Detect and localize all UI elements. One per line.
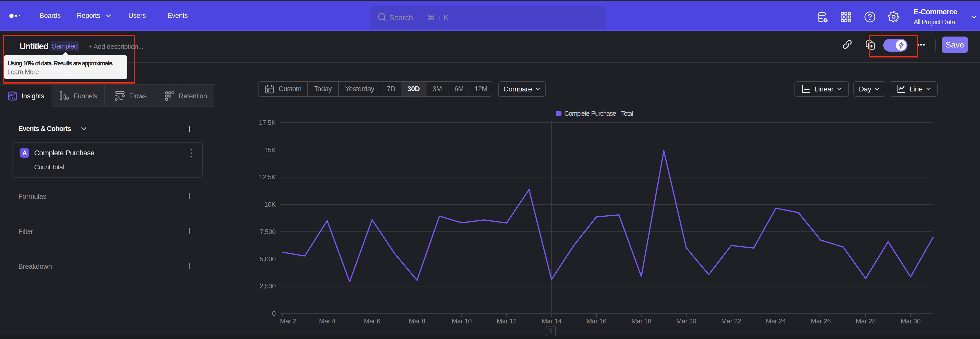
svg-text:Mar 4: Mar 4	[319, 317, 335, 325]
svg-text:0: 0	[272, 310, 275, 317]
svg-text:12.5K: 12.5K	[259, 173, 276, 181]
svg-text:Mar 18: Mar 18	[632, 317, 651, 325]
svg-text:Mar 2: Mar 2	[280, 317, 296, 325]
svg-text:Mar 30: Mar 30	[900, 317, 921, 325]
svg-text:15K: 15K	[264, 146, 276, 154]
svg-text:7,500: 7,500	[259, 228, 275, 235]
svg-text:Mar 16: Mar 16	[587, 317, 606, 325]
svg-text:17.5K: 17.5K	[259, 119, 276, 126]
svg-text:Mar 28: Mar 28	[856, 317, 876, 325]
svg-text:5,000: 5,000	[259, 255, 275, 263]
svg-text:Mar 24: Mar 24	[766, 317, 786, 325]
svg-text:Mar 20: Mar 20	[676, 317, 696, 325]
svg-text:10K: 10K	[264, 200, 276, 208]
svg-text:Mar 12: Mar 12	[496, 317, 517, 325]
svg-text:Mar 10: Mar 10	[452, 317, 472, 325]
svg-text:Mar 8: Mar 8	[409, 317, 425, 325]
svg-text:2,500: 2,500	[259, 282, 275, 290]
svg-text:Mar 14: Mar 14	[542, 317, 562, 325]
svg-text:Mar 26: Mar 26	[811, 317, 831, 325]
svg-text:Mar 22: Mar 22	[721, 317, 741, 325]
svg-text:Mar 6: Mar 6	[364, 317, 380, 325]
